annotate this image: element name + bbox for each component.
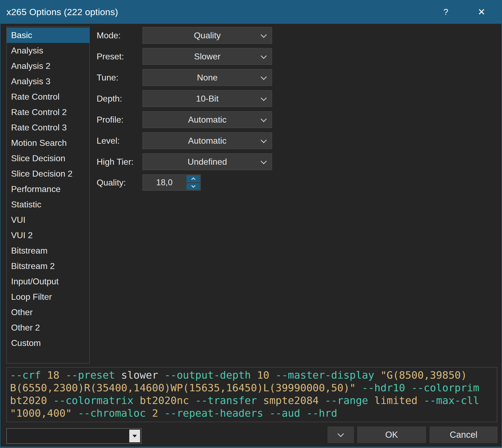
quality-row: Quality: 18,0 <box>97 174 286 191</box>
sidebar-item-basic[interactable]: Basic <box>7 28 89 43</box>
dropdown-value: 10-Bit <box>196 94 219 104</box>
dropdown-value: Automatic <box>188 115 226 125</box>
dropdown-mode[interactable]: Quality <box>143 27 272 44</box>
sidebar-item-bitstream-2[interactable]: Bitstream 2 <box>7 258 89 274</box>
sidebar-item-other-2[interactable]: Other 2 <box>7 320 89 335</box>
field-label-mode: Mode: <box>97 31 143 41</box>
sidebar-item-motion-search[interactable]: Motion Search <box>7 135 89 151</box>
help-button[interactable]: ? <box>437 0 454 24</box>
sidebar-item-analysis-3[interactable]: Analysis 3 <box>7 74 89 89</box>
chevron-down-icon <box>261 137 267 143</box>
close-button[interactable]: ✕ <box>473 0 490 24</box>
title-bar: x265 Options (222 options) ? ✕ <box>0 0 502 24</box>
field-label-profile: Profile: <box>97 115 143 125</box>
sidebar-item-statistic[interactable]: Statistic <box>7 197 89 212</box>
help-icon: ? <box>443 7 448 17</box>
dropdown-level[interactable]: Automatic <box>143 132 272 149</box>
command-line-text: --crf 18 --preset slower --output-depth … <box>10 369 494 382</box>
close-icon: ✕ <box>478 6 486 17</box>
sidebar-item-vui-2[interactable]: VUI 2 <box>7 228 89 243</box>
chevron-down-icon <box>261 32 267 38</box>
form-rows: Mode:QualityPreset:SlowerTune:NoneDepth:… <box>97 27 286 170</box>
field-label-preset: Preset: <box>97 52 143 62</box>
sidebar-item-bitstream[interactable]: Bitstream <box>7 243 89 258</box>
dropdown-tune[interactable]: None <box>143 69 272 86</box>
command-line-text: bt2020 --colormatrix bt2020nc --transfer… <box>10 394 494 407</box>
sidebar-item-slice-decision-2[interactable]: Slice Decision 2 <box>7 166 89 181</box>
cancel-button[interactable]: Cancel <box>430 427 497 443</box>
ok-button[interactable]: OK <box>357 427 426 443</box>
field-label-tune: Tune: <box>97 73 143 83</box>
sidebar: BasicAnalysisAnalysis 2Analysis 3Rate Co… <box>6 26 90 363</box>
sidebar-item-loop-filter[interactable]: Loop Filter <box>7 289 89 305</box>
dropdown-value: Undefined <box>188 157 227 167</box>
form-row-depth: Depth:10-Bit <box>97 90 286 107</box>
quality-spinners <box>186 175 200 190</box>
form-row-mode: Mode:Quality <box>97 27 286 44</box>
chevron-down-icon <box>261 74 267 80</box>
dropdown-profile[interactable]: Automatic <box>143 111 272 128</box>
sidebar-item-analysis[interactable]: Analysis <box>7 43 89 58</box>
sidebar-item-performance[interactable]: Performance <box>7 181 89 197</box>
sidebar-item-custom[interactable]: Custom <box>7 335 89 351</box>
chevron-down-icon <box>191 183 195 188</box>
chevron-up-icon <box>191 177 195 182</box>
spin-down-button[interactable] <box>186 183 200 190</box>
quality-value: 18,0 <box>143 178 186 187</box>
dropdown-value: None <box>197 73 218 83</box>
sidebar-item-other[interactable]: Other <box>7 305 89 320</box>
sidebar-item-rate-control-3[interactable]: Rate Control 3 <box>7 120 89 135</box>
x265-options-dialog: x265 Options (222 options) ? ✕ BasicAnal… <box>0 0 502 448</box>
sidebar-item-rate-control[interactable]: Rate Control <box>7 89 89 105</box>
more-actions-button[interactable] <box>328 427 354 443</box>
field-label-high-tier: High Tier: <box>97 157 143 167</box>
form-row-high-tier: High Tier:Undefined <box>97 153 286 170</box>
window-title: x265 Options (222 options) <box>6 7 118 17</box>
form-row-preset: Preset:Slower <box>97 48 286 65</box>
sidebar-item-rate-control-2[interactable]: Rate Control 2 <box>7 105 89 120</box>
dropdown-value: Automatic <box>188 136 226 146</box>
spin-up-button[interactable] <box>186 175 200 182</box>
field-label-depth: Depth: <box>97 94 143 104</box>
combobox-dropdown-button[interactable] <box>129 430 140 442</box>
quality-stepper[interactable]: 18,0 <box>143 174 201 191</box>
dropdown-value: Slower <box>194 52 221 62</box>
dropdown-preset[interactable]: Slower <box>143 48 272 65</box>
sidebar-item-input-output[interactable]: Input/Output <box>7 274 89 289</box>
chevron-down-icon <box>261 95 267 101</box>
quality-label: Quality: <box>97 178 143 188</box>
sidebar-item-vui[interactable]: VUI <box>7 212 89 228</box>
chevron-down-icon <box>261 116 267 122</box>
form-row-profile: Profile:Automatic <box>97 111 286 128</box>
dropdown-high-tier[interactable]: Undefined <box>143 153 272 170</box>
command-line-text: "1000,400" --chromaloc 2 --repeat-header… <box>10 407 494 420</box>
command-line-text: B(6550,2300)R(35400,14600)WP(15635,16450… <box>10 382 494 394</box>
dropdown-value: Quality <box>194 31 221 41</box>
dropdown-depth[interactable]: 10-Bit <box>143 90 272 107</box>
form-row-level: Level:Automatic <box>97 132 286 149</box>
command-line-preview[interactable]: --crf 18 --preset slower --output-depth … <box>6 367 497 422</box>
sidebar-item-analysis-2[interactable]: Analysis 2 <box>7 58 89 74</box>
search-combobox[interactable] <box>6 428 141 444</box>
sidebar-item-slice-decision[interactable]: Slice Decision <box>7 151 89 166</box>
chevron-down-icon <box>261 53 267 59</box>
form-row-tune: Tune:None <box>97 69 286 86</box>
chevron-down-icon <box>337 430 344 437</box>
chevron-down-icon <box>261 158 267 164</box>
field-label-level: Level: <box>97 136 143 146</box>
dropdown-arrow-icon <box>133 435 137 437</box>
options-form: Mode:QualityPreset:SlowerTune:NoneDepth:… <box>97 27 286 195</box>
